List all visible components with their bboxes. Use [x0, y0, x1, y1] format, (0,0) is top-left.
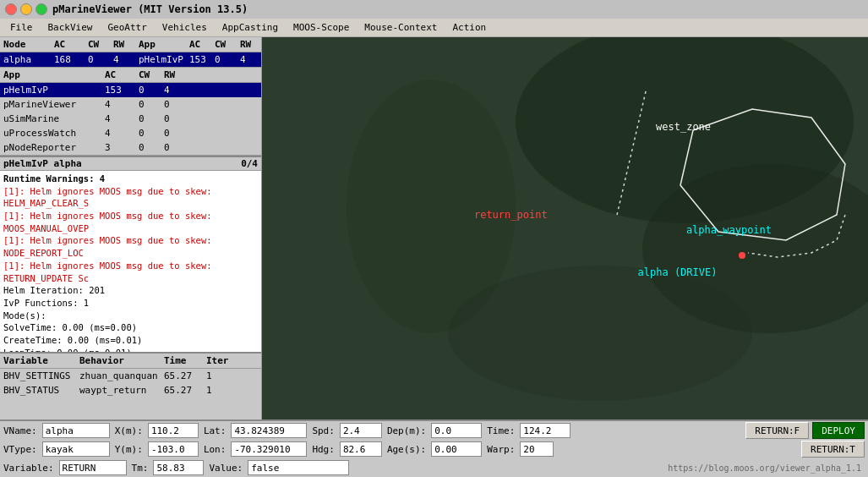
th-app-rw2: RW: [162, 69, 188, 81]
app-table-row[interactable]: uSimMarine 4 0 0: [0, 112, 261, 126]
info-content: Runtime Warnings: 4[1]: Helm ignores MOO…: [0, 171, 261, 352]
y-label: Y(m):: [115, 444, 143, 455]
vname-input[interactable]: [42, 423, 110, 438]
variable-input[interactable]: [59, 460, 127, 475]
var-time: 65.27: [162, 370, 205, 382]
time-input[interactable]: [520, 423, 570, 438]
var-name: BHV_STATUS: [2, 384, 78, 397]
app-name: pNodeReporter: [2, 141, 103, 154]
th-app-cw2: CW: [137, 69, 162, 81]
th-variable: Variable: [2, 354, 78, 367]
th-app-name: App: [2, 69, 103, 81]
spd-label: Spd:: [312, 425, 335, 436]
close-button[interactable]: [5, 3, 17, 15]
status-row3: Variable: Tm: Value: https://blog.moos.o…: [0, 458, 868, 477]
app-cw: 0: [137, 84, 162, 96]
th-app-cw: CW: [213, 38, 238, 51]
node-row[interactable]: alpha 168 0 4 pHelmIvP 153 0 4: [0, 52, 261, 67]
return-f-button[interactable]: RETURN:F: [745, 422, 809, 439]
var-iter: 1: [205, 370, 238, 382]
svg-point-3: [448, 266, 752, 401]
map-area[interactable]: west_zone return_point alpha_waypoint al…: [262, 37, 868, 419]
info-counter: 0/4: [241, 158, 258, 169]
app-table-row[interactable]: pMarineViewer 4 0 0: [0, 97, 261, 112]
label-alpha-drive: alpha (DRIVE): [638, 266, 718, 278]
lat-input[interactable]: [231, 423, 307, 438]
label-west-zone: west_zone: [656, 121, 711, 133]
var-table-row[interactable]: BHV_SETTINGS zhuan_quanquan 65.27 1: [0, 369, 261, 383]
time-label: Time:: [487, 425, 515, 436]
app-cw: 0: [137, 127, 162, 140]
value-label: Value:: [209, 463, 243, 474]
value-input[interactable]: [248, 460, 349, 475]
svg-point-7: [739, 252, 745, 259]
main-layout: Node AC CW RW App AC CW RW alpha 168 0 4…: [0, 37, 868, 419]
left-panel: Node AC CW RW App AC CW RW alpha 168 0 4…: [0, 37, 262, 419]
window-title: pMarineViewer (MIT Version 13.5): [52, 3, 248, 15]
status-bar: VName: X(m): Lat: Spd: Dep(m): Time: RET…: [0, 419, 868, 477]
menu-moos-scope[interactable]: MOOS-Scope: [287, 20, 356, 35]
info-line: Runtime Warnings: 4: [3, 173, 258, 185]
y-input[interactable]: [148, 441, 199, 457]
info-line: IvP Functions: 1: [3, 297, 258, 310]
menu-action[interactable]: Action: [445, 20, 493, 35]
svg-line-5: [617, 88, 647, 215]
svg-point-2: [642, 164, 868, 333]
maximize-button[interactable]: [35, 3, 47, 15]
app-rows: pHelmIvP 153 0 4 pMarineViewer 4 0 0 uSi…: [0, 83, 261, 155]
app-rw: 0: [162, 98, 188, 111]
app-ac: 4: [103, 98, 137, 111]
age-input[interactable]: [431, 441, 482, 457]
th-app: App: [137, 38, 188, 51]
menu-backview[interactable]: BackView: [41, 20, 100, 35]
hdg-input[interactable]: [340, 441, 382, 457]
menu-vehicles[interactable]: Vehicles: [156, 20, 214, 35]
menu-file[interactable]: File: [3, 20, 40, 35]
th-app-ac2: AC: [103, 69, 137, 81]
app-name: uSimMarine: [2, 112, 103, 125]
dep-input[interactable]: [431, 423, 482, 438]
var-table: Variable Behavior Time Iter BHV_SETTINGS…: [0, 352, 261, 419]
lon-input[interactable]: [231, 441, 307, 457]
app-table-row[interactable]: uProcessWatch 4 0 0: [0, 126, 261, 140]
vtype-input[interactable]: [42, 441, 110, 457]
app-rw: 0: [162, 141, 188, 154]
menu-mouse-context[interactable]: Mouse-Context: [358, 20, 444, 35]
return-t-button[interactable]: RETURN:T: [801, 441, 865, 458]
app-table-header: App AC CW RW: [0, 68, 261, 83]
warp-input[interactable]: [520, 441, 554, 457]
th-rw: RW: [112, 38, 137, 51]
app-ac: 153: [103, 84, 137, 96]
info-panel: pHelmIvP alpha 0/4 Runtime Warnings: 4[1…: [0, 156, 261, 352]
minimize-button[interactable]: [20, 3, 32, 15]
app-rw: 0: [162, 127, 188, 140]
th-time: Time: [162, 354, 205, 367]
app-rw: 4: [162, 84, 188, 96]
th-iter: Iter: [205, 354, 238, 367]
tm-input[interactable]: [153, 460, 204, 475]
x-label: X(m):: [115, 425, 143, 436]
var-behavior: waypt_return: [78, 384, 162, 397]
deploy-button[interactable]: DEPLOY: [812, 422, 865, 439]
var-name: BHV_SETTINGS: [2, 370, 78, 382]
app-cw: 0: [137, 112, 162, 125]
th-ac: AC: [52, 38, 86, 51]
var-behavior: zhuan_quanquan: [78, 370, 162, 382]
var-table-header: Variable Behavior Time Iter: [0, 354, 261, 369]
info-line: [1]: Helm ignores MOOS msg due to skew: …: [3, 234, 258, 259]
spd-input[interactable]: [340, 423, 382, 438]
menu-geoattr[interactable]: GeoAttr: [101, 20, 153, 35]
node-name: alpha: [2, 53, 52, 66]
th-app-rw: RW: [238, 38, 264, 51]
info-line: CreateTime: 0.00 (ms=0.01): [3, 334, 258, 347]
svg-rect-0: [262, 37, 868, 419]
status-row1: VName: X(m): Lat: Spd: Dep(m): Time: RET…: [0, 421, 868, 440]
x-input[interactable]: [148, 423, 199, 438]
node-ac: 168: [52, 53, 86, 66]
var-table-row[interactable]: BHV_STATUS waypt_return 65.27 1: [0, 383, 261, 398]
app-table-row[interactable]: pHelmIvP 153 0 4: [0, 83, 261, 97]
window-controls[interactable]: [5, 3, 47, 15]
app-table-row[interactable]: pNodeReporter 3 0 0: [0, 140, 261, 155]
menu-appcasting[interactable]: AppCasting: [216, 20, 285, 35]
lon-label: Lon:: [204, 444, 227, 455]
